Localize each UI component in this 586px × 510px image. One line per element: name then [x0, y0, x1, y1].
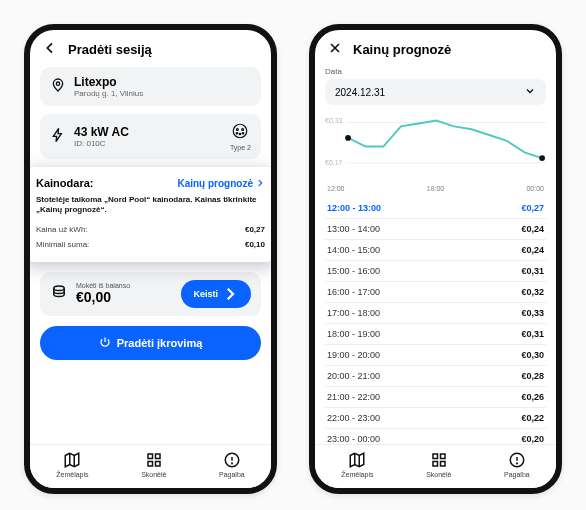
forecast-price: €0,27: [521, 203, 544, 213]
nav-map-label: Žemėlapis: [341, 471, 373, 478]
forecast-price: €0,33: [521, 308, 544, 318]
phone-start-session: Pradėti sesiją Litexpo Parodų g. 1, Viln…: [24, 24, 277, 494]
nav-help-label: Pagalba: [219, 471, 245, 478]
svg-point-2: [237, 129, 239, 131]
forecast-row[interactable]: 14:00 - 15:00€0,24: [325, 240, 546, 261]
balance-amount: €0,00: [76, 289, 173, 305]
start-charging-button[interactable]: Pradėti įkrovimą: [40, 326, 261, 360]
nav-map-label: Žemėlapis: [56, 471, 88, 478]
change-button[interactable]: Keisti: [181, 280, 251, 308]
svg-point-3: [242, 129, 244, 131]
forecast-time: 22:00 - 23:00: [327, 413, 380, 423]
location-address: Parodų g. 1, Vilnius: [74, 89, 251, 98]
svg-point-1: [234, 124, 248, 138]
svg-rect-20: [433, 462, 438, 467]
balance-card: Mokėti iš balanso €0,00 Keisti: [40, 272, 261, 316]
bottom-nav: Žemėlapis Skonėlė Pagalba: [315, 444, 556, 488]
forecast-row[interactable]: 17:00 - 18:00€0,33: [325, 303, 546, 324]
forecast-price: €0,31: [521, 329, 544, 339]
forecast-row[interactable]: 15:00 - 16:00€0,31: [325, 261, 546, 282]
svg-rect-8: [148, 454, 153, 459]
svg-rect-19: [440, 454, 445, 459]
price-row-kwh-label: Kaina už kWh:: [36, 225, 88, 234]
date-field-label: Data: [325, 67, 546, 76]
svg-point-23: [516, 463, 517, 464]
svg-point-5: [240, 133, 242, 135]
date-select[interactable]: 2024.12.31: [325, 79, 546, 105]
nav-scan-label: Skonėlė: [141, 471, 166, 478]
forecast-time: 17:00 - 18:00: [327, 308, 380, 318]
forecast-price: €0,20: [521, 434, 544, 444]
price-row-min: Minimali suma: €0,10: [36, 237, 265, 252]
svg-point-6: [243, 133, 245, 135]
charger-power: 43 kW AC: [74, 125, 222, 139]
forecast-link[interactable]: Kainų prognozė: [177, 178, 265, 189]
svg-rect-18: [433, 454, 438, 459]
svg-point-0: [56, 82, 59, 85]
chart-x-1: 18:00: [427, 185, 445, 192]
forecast-time: 16:00 - 17:00: [327, 287, 380, 297]
chevron-down-icon: [524, 85, 536, 99]
nav-map[interactable]: Žemėlapis: [341, 451, 373, 478]
forecast-price: €0,32: [521, 287, 544, 297]
location-card[interactable]: Litexpo Parodų g. 1, Vilnius: [40, 67, 261, 106]
svg-point-13: [231, 463, 232, 464]
phone-forecast: Kainų prognozė Data 2024.12.31 €0,33 €0,…: [309, 24, 562, 494]
forecast-row[interactable]: 13:00 - 14:00€0,24: [325, 219, 546, 240]
forecast-row[interactable]: 21:00 - 22:00€0,26: [325, 387, 546, 408]
forecast-row[interactable]: 23:00 - 00:00€0,20: [325, 429, 546, 444]
chart-x-0: 12:00: [327, 185, 345, 192]
forecast-time: 19:00 - 20:00: [327, 350, 380, 360]
svg-point-16: [345, 135, 351, 141]
forecast-row[interactable]: 12:00 - 13:00€0,27: [325, 198, 546, 219]
forecast-row[interactable]: 20:00 - 21:00€0,28: [325, 366, 546, 387]
nav-help[interactable]: Pagalba: [219, 451, 245, 478]
chart-line: [325, 111, 546, 178]
pin-icon: [50, 77, 66, 97]
price-row-min-label: Minimali suma:: [36, 240, 89, 249]
forecast-time: 15:00 - 16:00: [327, 266, 380, 276]
charger-card[interactable]: 43 kW AC ID: 010C Type 2: [40, 114, 261, 159]
nav-help-label: Pagalba: [504, 471, 530, 478]
header: Pradėti sesiją: [30, 30, 271, 67]
start-button-label: Pradėti įkrovimą: [117, 337, 203, 349]
forecast-list: 12:00 - 13:00€0,2713:00 - 14:00€0,2414:0…: [325, 198, 546, 444]
pricing-title: Kainodara:: [36, 177, 93, 189]
forecast-price: €0,28: [521, 371, 544, 381]
change-button-label: Keisti: [193, 289, 218, 299]
back-icon[interactable]: [42, 40, 58, 59]
price-chart: €0,33 €0,17: [325, 111, 546, 181]
svg-rect-11: [155, 462, 160, 467]
page-title: Pradėti sesiją: [68, 42, 152, 57]
nav-scan-label: Skonėlė: [426, 471, 451, 478]
date-value: 2024.12.31: [335, 87, 385, 98]
charger-id: ID: 010C: [74, 139, 222, 148]
nav-map[interactable]: Žemėlapis: [56, 451, 88, 478]
forecast-price: €0,24: [521, 224, 544, 234]
nav-scan[interactable]: Skonėlė: [141, 451, 166, 478]
forecast-time: 21:00 - 22:00: [327, 392, 380, 402]
forecast-row[interactable]: 18:00 - 19:00€0,31: [325, 324, 546, 345]
balance-label: Mokėti iš balanso: [76, 282, 173, 289]
forecast-row[interactable]: 16:00 - 17:00€0,32: [325, 282, 546, 303]
svg-rect-9: [155, 454, 160, 459]
forecast-time: 23:00 - 00:00: [327, 434, 380, 444]
svg-point-17: [539, 155, 545, 161]
header: Kainų prognozė: [315, 30, 556, 67]
nav-help[interactable]: Pagalba: [504, 451, 530, 478]
forecast-time: 13:00 - 14:00: [327, 224, 380, 234]
price-row-kwh-val: €0,27: [245, 225, 265, 234]
forecast-price: €0,26: [521, 392, 544, 402]
forecast-time: 12:00 - 13:00: [327, 203, 381, 213]
forecast-row[interactable]: 19:00 - 20:00€0,30: [325, 345, 546, 366]
forecast-price: €0,31: [521, 266, 544, 276]
close-icon[interactable]: [327, 40, 343, 59]
nav-scan[interactable]: Skonėlė: [426, 451, 451, 478]
forecast-row[interactable]: 22:00 - 23:00€0,22: [325, 408, 546, 429]
forecast-time: 20:00 - 21:00: [327, 371, 380, 381]
power-icon: [99, 336, 111, 350]
location-name: Litexpo: [74, 75, 251, 89]
forecast-link-label: Kainų prognozė: [177, 178, 253, 189]
charger-type: Type 2: [230, 144, 251, 151]
svg-point-4: [237, 133, 239, 135]
